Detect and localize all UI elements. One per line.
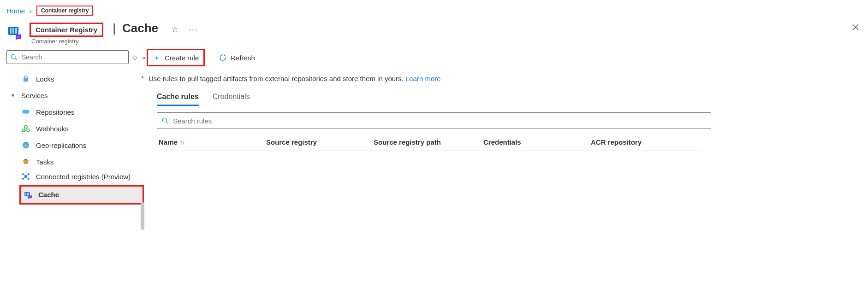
description: Use rules to pull tagged artifacts from … — [146, 68, 868, 84]
rules-search-input[interactable] — [172, 117, 706, 125]
svg-line-6 — [15, 58, 17, 60]
column-acr-repository[interactable]: ACR repository — [589, 135, 857, 149]
table-header-divider — [157, 151, 701, 151]
sidebar-item-label: Repositories — [36, 108, 74, 116]
svg-rect-22 — [27, 193, 28, 195]
svg-rect-23 — [28, 193, 29, 195]
breadcrumb-resource[interactable]: Container registry — [36, 6, 93, 16]
svg-point-17 — [28, 173, 30, 175]
svg-point-24 — [162, 118, 166, 122]
column-source-registry[interactable]: Source registry — [264, 135, 372, 149]
sidebar-item-label: Cache — [38, 191, 59, 199]
sidebar-item-connected-registries[interactable]: Connected registries (Preview) — [6, 170, 146, 184]
svg-rect-3 — [15, 28, 17, 34]
sidebar-scrollbar[interactable]: ▲ — [139, 73, 146, 205]
sidebar-collapse-icon[interactable]: « — [142, 53, 146, 61]
sidebar-search[interactable] — [6, 50, 129, 64]
main-panel: ＋ Create rule Refresh Use rules to pull … — [146, 47, 868, 205]
resource-type-label: Container registry — [31, 38, 198, 45]
sidebar-item-label: Connected registries (Preview) — [36, 173, 131, 182]
refresh-icon — [219, 53, 227, 62]
svg-point-16 — [22, 173, 24, 175]
breadcrumb-home[interactable]: Home — [6, 7, 25, 15]
svg-point-18 — [22, 178, 24, 180]
page-header: Container Registry | Cache ☆ ··· Contain… — [0, 19, 868, 47]
sidebar-sort-icon[interactable]: ◇ — [132, 53, 137, 61]
sidebar-item-locks[interactable]: Locks — [6, 70, 146, 87]
svg-point-5 — [11, 54, 15, 59]
create-rule-button[interactable]: ＋ Create rule — [147, 49, 205, 66]
scroll-up-icon[interactable]: ▲ — [139, 73, 146, 80]
sidebar-search-input[interactable] — [21, 53, 125, 61]
svg-line-25 — [166, 122, 168, 123]
refresh-button[interactable]: Refresh — [214, 50, 260, 65]
plus-icon: ＋ — [153, 52, 161, 63]
sidebar-group-label: Services — [21, 92, 48, 100]
search-icon — [11, 54, 17, 60]
svg-point-4 — [17, 36, 19, 38]
sidebar-item-label: Locks — [36, 75, 54, 83]
scroll-thumb[interactable] — [141, 202, 144, 230]
sidebar-item-label: Webhooks — [36, 125, 69, 133]
create-rule-label: Create rule — [165, 54, 199, 62]
cache-icon — [24, 191, 33, 199]
sidebar-item-label: Geo-replications — [36, 141, 86, 149]
sidebar: ◇ « Locks ▾ Services Repositories — [0, 47, 146, 205]
sort-arrows-icon: ↑↓ — [180, 139, 184, 146]
refresh-label: Refresh — [231, 54, 255, 62]
tabs: Cache rules Credentials — [146, 84, 868, 106]
breadcrumb: Home › Container registry — [0, 0, 868, 19]
lock-icon — [21, 75, 30, 82]
sidebar-item-label: Tasks — [36, 158, 54, 166]
sidebar-nav: Locks ▾ Services Repositories Webhooks — [6, 70, 146, 205]
tab-cache-rules[interactable]: Cache rules — [157, 93, 199, 106]
sidebar-item-webhooks[interactable]: Webhooks — [6, 120, 146, 137]
more-menu-icon[interactable]: ··· — [189, 25, 198, 35]
rules-search[interactable] — [157, 112, 711, 129]
resource-name: Container Registry — [30, 23, 103, 37]
tab-credentials[interactable]: Credentials — [213, 93, 250, 106]
svg-point-9 — [22, 110, 30, 113]
column-source-registry-path[interactable]: Source registry path — [372, 135, 482, 149]
connected-registries-icon — [21, 173, 30, 180]
svg-rect-14 — [24, 159, 27, 160]
search-icon — [162, 117, 168, 124]
container-registry-icon — [6, 24, 23, 41]
globe-icon — [21, 141, 30, 149]
title-divider: | — [113, 21, 116, 35]
repositories-icon — [21, 109, 30, 115]
command-bar: ＋ Create rule Refresh — [146, 47, 868, 68]
sidebar-item-georeplications[interactable]: Geo-replications — [6, 137, 146, 153]
favorite-star-icon[interactable]: ☆ — [171, 25, 178, 34]
chevron-right-icon: › — [30, 7, 32, 15]
sidebar-item-repositories[interactable]: Repositories — [6, 104, 146, 120]
sidebar-item-tasks[interactable]: Tasks — [6, 153, 146, 170]
sidebar-item-cache[interactable]: Cache — [19, 185, 144, 205]
svg-point-12 — [24, 125, 27, 128]
description-text: Use rules to pull tagged artifacts from … — [149, 75, 405, 82]
close-icon[interactable] — [851, 23, 860, 31]
chevron-down-icon: ▾ — [8, 92, 18, 99]
column-name-label: Name — [159, 138, 178, 146]
column-credentials[interactable]: Credentials — [482, 135, 589, 149]
tasks-icon — [21, 158, 30, 165]
page-title: Cache — [122, 21, 158, 35]
learn-more-link[interactable]: Learn more — [405, 75, 441, 82]
column-name[interactable]: Name ↑↓ — [157, 135, 264, 149]
svg-rect-7 — [24, 78, 28, 82]
webhooks-icon — [21, 125, 30, 132]
svg-rect-2 — [12, 28, 14, 34]
table-header: Name ↑↓ Source registry Source registry … — [157, 135, 857, 149]
svg-rect-1 — [10, 28, 12, 34]
svg-point-19 — [28, 178, 30, 180]
sidebar-group-services[interactable]: ▾ Services — [6, 87, 146, 104]
svg-rect-21 — [25, 193, 26, 195]
